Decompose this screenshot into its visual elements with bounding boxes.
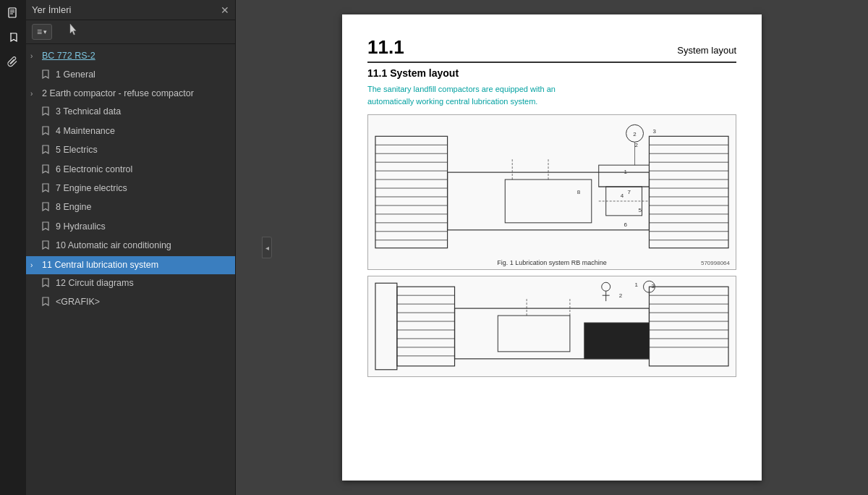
diagram-2-svg: 1 1 2 3 (368, 276, 736, 376)
bookmark-item-hydraulics[interactable]: 9 Hydraulics (26, 218, 235, 237)
bookmark-item-circuit[interactable]: 12 Circuit diagrams (26, 274, 235, 293)
section-title-right: System layout (677, 45, 736, 56)
bookmark-label: 10 Automatic air conditioning (56, 240, 231, 253)
bookmark-label: 5 Electrics (56, 144, 231, 157)
bookmark-panel: Yer İmleri ✕ ≡ ▾ ›BC 772 RS-21 General›2… (26, 0, 236, 495)
bookmark-label: <GRAFIK> (56, 296, 231, 309)
chevron-icon[interactable] (30, 69, 41, 70)
bookmark-item-bc772[interactable]: ›BC 772 RS-2 (26, 47, 235, 66)
diagram-2: 1 1 2 3 (367, 276, 736, 377)
diagram-1-label: Fig. 1 Lubrication system RB machine (497, 259, 607, 266)
bookmark-item-general[interactable]: 1 General (26, 66, 235, 85)
attachment-nav-icon[interactable] (3, 52, 23, 72)
bookmark-icon (42, 126, 52, 138)
pdf-body: The sanitary landfill compactors are equ… (367, 83, 736, 107)
panel-toolbar: ≡ ▾ (26, 20, 235, 44)
body-line1: The sanitary landfill compactors are equ… (367, 85, 556, 93)
bookmark-icon (42, 69, 52, 82)
svg-text:1: 1 (624, 169, 628, 175)
section-number: 11.1 (367, 36, 404, 59)
pdf-header: 11.1 System layout (367, 36, 736, 63)
bookmark-label: 2 Earth compactor - refuse compactor (42, 88, 231, 101)
chevron-icon[interactable]: › (30, 88, 41, 99)
bookmark-label: 7 Engine electrics (56, 182, 231, 195)
bookmark-item-technical[interactable]: 3 Technical data (26, 103, 235, 122)
bookmark-nav-icon[interactable] (3, 28, 23, 48)
bookmark-icon (42, 278, 52, 290)
chevron-icon[interactable] (30, 145, 41, 145)
chevron-icon[interactable]: › (30, 51, 41, 62)
diagram-1: 2 1 2 3 4 5 6 8 7 570998064 Fig. 1 Lubri… (367, 114, 736, 270)
svg-text:1: 1 (635, 282, 639, 288)
svg-rect-59 (649, 287, 728, 366)
svg-rect-0 (9, 8, 16, 17)
chevron-icon[interactable] (30, 164, 41, 165)
bookmark-label: 9 Hydraulics (56, 221, 231, 234)
pdf-heading: 11.1 System layout (367, 67, 736, 79)
svg-text:2: 2 (635, 142, 639, 148)
bookmark-item-maintenance[interactable]: 4 Maintenance (26, 122, 235, 141)
bookmark-item-grafik[interactable]: <GRAFIK> (26, 293, 235, 312)
bookmark-icon (42, 164, 52, 177)
left-drum (375, 136, 448, 248)
svg-rect-49 (375, 283, 397, 370)
svg-rect-79 (584, 323, 650, 359)
svg-text:4: 4 (621, 192, 624, 199)
bookmark-label: 8 Engine (56, 201, 231, 214)
svg-text:2: 2 (633, 131, 637, 138)
chevron-icon[interactable] (30, 126, 41, 127)
toolbar-menu-button[interactable]: ≡ ▾ (32, 24, 52, 40)
bookmark-icon (42, 297, 52, 309)
page-nav-icon[interactable] (3, 3, 23, 23)
chevron-icon[interactable] (30, 240, 41, 241)
chevron-icon[interactable] (30, 297, 41, 297)
bookmark-label: BC 772 RS-2 (42, 50, 231, 63)
bookmark-item-earth[interactable]: ›2 Earth compactor - refuse compactor (26, 85, 235, 103)
bookmark-label: 6 Electronic control (56, 164, 231, 177)
menu-icon: ≡ (37, 27, 42, 37)
bookmark-icon (42, 106, 52, 119)
svg-text:7: 7 (628, 189, 631, 195)
bookmark-item-engine_elec[interactable]: 7 Engine electrics (26, 179, 235, 198)
panel-collapse-button[interactable]: ◂ (262, 237, 272, 258)
svg-text:5: 5 (639, 207, 642, 213)
diagram-1-svg: 2 1 2 3 4 5 6 8 7 (368, 115, 736, 269)
svg-text:2: 2 (619, 292, 623, 299)
chevron-icon[interactable]: › (30, 260, 41, 271)
bookmark-item-electronic[interactable]: 6 Electronic control (26, 161, 235, 179)
svg-point-69 (602, 282, 610, 291)
main-content: AUTOPDF.NET 11.1 System layout 11.1 Syst… (236, 0, 868, 495)
svg-text:8: 8 (577, 189, 581, 195)
bookmark-label: 11 Central lubrication system (42, 259, 231, 272)
bookmark-icon (42, 240, 52, 253)
bookmark-label: 1 General (56, 69, 231, 82)
bookmark-item-aircon[interactable]: 10 Automatic air conditioning (26, 237, 235, 255)
chevron-icon[interactable] (30, 202, 41, 203)
chevron-icon[interactable] (30, 278, 41, 279)
bookmark-item-central_lub[interactable]: ›11 Central lubrication system (26, 256, 235, 275)
bookmark-icon (42, 221, 52, 234)
svg-text:6: 6 (624, 221, 628, 228)
chevron-icon[interactable] (30, 106, 41, 107)
svg-rect-31 (505, 179, 592, 223)
bookmark-label: 4 Maintenance (56, 125, 231, 138)
svg-text:3: 3 (652, 128, 656, 135)
body-line2: automatically working central lubricatio… (367, 97, 537, 106)
bookmark-list: ›BC 772 RS-21 General›2 Earth compactor … (26, 44, 235, 495)
bookmark-icon (42, 145, 52, 157)
close-button[interactable]: ✕ (221, 5, 229, 15)
chevron-icon[interactable] (30, 183, 41, 184)
bookmark-item-electrics[interactable]: 5 Electrics (26, 141, 235, 160)
bookmark-icon (42, 202, 52, 214)
dropdown-icon: ▾ (43, 28, 47, 35)
svg-rect-50 (397, 287, 455, 366)
panel-title: Yer İmleri (32, 4, 71, 15)
icon-rail (0, 0, 26, 495)
cursor-indicator (69, 23, 78, 36)
chevron-icon[interactable] (30, 221, 41, 222)
bookmark-icon (42, 183, 52, 195)
diagram-1-ref: 570998064 (701, 260, 730, 266)
bookmark-label: 12 Circuit diagrams (56, 277, 231, 290)
right-drum (649, 136, 728, 248)
bookmark-item-engine[interactable]: 8 Engine (26, 198, 235, 217)
